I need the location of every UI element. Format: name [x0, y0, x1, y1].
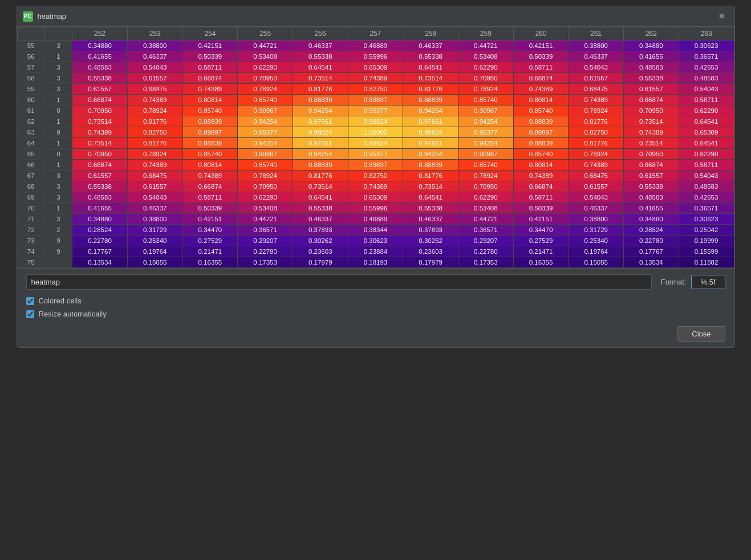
heatmap-name-input[interactable]: [26, 274, 652, 290]
row-number: 63: [17, 127, 44, 138]
row-sub: 0: [44, 149, 72, 160]
cell-value: 0.81776: [403, 84, 458, 95]
cell-value: 0.23603: [403, 246, 458, 257]
window-close-button[interactable]: ✕: [715, 10, 729, 23]
cell-value: 0.46337: [569, 51, 624, 62]
cell-value: 0.54043: [569, 192, 624, 203]
close-button[interactable]: Close: [677, 326, 725, 342]
cell-value: 0.94254: [458, 116, 514, 127]
header-col-259: 259: [458, 27, 514, 40]
cell-value: 0.53408: [238, 51, 293, 62]
cell-value: 0.85740: [513, 149, 569, 160]
cell-value: 0.62290: [679, 149, 734, 160]
cell-value: 0.65309: [679, 127, 734, 138]
table-header-row: 252 253 254 255 256 257 258 259 260 261 …: [17, 27, 734, 40]
table-row: 7490.177670.197640.214710.227800.236030.…: [17, 246, 734, 257]
cell-value: 0.42151: [513, 40, 569, 51]
cell-value: 0.58711: [513, 62, 569, 73]
header-col-263: 263: [679, 27, 734, 40]
cell-value: 0.82750: [348, 84, 403, 95]
cell-value: 0.61557: [127, 181, 182, 192]
cell-value: 0.48583: [624, 62, 679, 73]
cell-value: 0.38800: [569, 214, 624, 225]
cell-value: 0.34880: [624, 214, 679, 225]
cell-value: 0.21471: [513, 246, 569, 257]
row-number: 64: [17, 138, 44, 149]
header-col-252: 252: [72, 27, 128, 40]
header-row-num: [17, 27, 44, 40]
cell-value: 0.78924: [127, 149, 182, 160]
cell-value: 0.81776: [403, 171, 458, 181]
heatmap-table-container[interactable]: 252 253 254 255 256 257 258 259 260 261 …: [17, 27, 734, 268]
colored-cells-row[interactable]: Colored cells: [26, 297, 725, 305]
cell-value: 0.73514: [293, 73, 348, 84]
cell-value: 0.46889: [348, 214, 403, 225]
cell-value: 0.85740: [182, 105, 238, 116]
cell-value: 0.22780: [624, 236, 679, 246]
cell-value: 0.85740: [458, 160, 514, 171]
cell-value: 0.31729: [127, 225, 182, 236]
colored-cells-checkbox[interactable]: [26, 297, 34, 305]
cell-value: 0.50339: [513, 203, 569, 214]
cell-value: 0.62290: [238, 192, 293, 203]
cell-value: 0.30262: [293, 236, 348, 246]
cell-value: 0.66874: [182, 181, 238, 192]
cell-value: 0.78924: [569, 105, 624, 116]
row-number: 74: [17, 246, 44, 257]
row-sub: 9: [44, 236, 72, 246]
row-sub: 1: [44, 203, 72, 214]
cell-value: 0.30623: [679, 40, 734, 51]
cell-value: 0.15599: [679, 246, 734, 257]
format-value[interactable]: %.5f: [691, 275, 725, 289]
cell-value: 0.62290: [238, 62, 293, 73]
table-row: 5610.416550.463370.503390.534080.553380.…: [17, 51, 734, 62]
row-sub: 9: [44, 246, 72, 257]
cell-value: 0.28524: [72, 225, 128, 236]
cell-value: 0.74389: [182, 171, 238, 181]
window-title: heatmap: [38, 12, 67, 21]
resize-auto-checkbox[interactable]: [26, 310, 34, 318]
cell-value: 0.73514: [624, 116, 679, 127]
cell-value: 0.37893: [293, 225, 348, 236]
cell-value: 0.98824: [293, 127, 348, 138]
cell-value: 0.73514: [293, 181, 348, 192]
cell-value: 0.74389: [348, 181, 403, 192]
cell-value: 0.44721: [458, 214, 514, 225]
cell-value: 0.15055: [127, 257, 182, 268]
cell-value: 0.78924: [569, 149, 624, 160]
cell-value: 0.46889: [348, 40, 403, 51]
checkboxes-container: Colored cells Resize automatically: [26, 297, 725, 318]
cell-value: 0.54043: [679, 171, 734, 181]
cell-value: 0.17353: [238, 257, 293, 268]
cell-value: 0.16355: [513, 257, 569, 268]
row-sub: 3: [44, 192, 72, 203]
row-sub: 3: [44, 181, 72, 192]
cell-value: 0.88839: [513, 138, 569, 149]
action-row: Close: [26, 326, 725, 342]
cell-value: 0.44721: [238, 40, 293, 51]
heatmap-window: PC heatmap ✕ 252 253 254 255 256 257 258…: [17, 6, 735, 348]
cell-value: 0.21471: [182, 246, 238, 257]
table-row: 6410.735140.817760.888390.942540.976610.…: [17, 138, 734, 149]
cell-value: 0.70950: [458, 181, 514, 192]
table-row: 7390.227800.253400.275290.292070.302620.…: [17, 236, 734, 246]
cell-value: 0.50339: [182, 51, 238, 62]
resize-auto-row[interactable]: Resize automatically: [26, 310, 725, 318]
row-sub: 1: [44, 116, 72, 127]
cell-value: 0.74389: [569, 95, 624, 105]
cell-value: 0.66874: [624, 95, 679, 105]
cell-value: 0.16355: [182, 257, 238, 268]
table-row: 5730.485830.540430.587110.622900.645410.…: [17, 62, 734, 73]
row-sub: 1: [44, 160, 72, 171]
cell-value: 0.78924: [238, 171, 293, 181]
header-col-253: 253: [127, 27, 182, 40]
format-row: Format: %.5f: [26, 274, 725, 290]
cell-value: 0.95377: [348, 149, 403, 160]
cell-value: 0.46337: [403, 214, 458, 225]
cell-value: 0.28524: [624, 225, 679, 236]
cell-value: 0.73514: [624, 138, 679, 149]
row-sub: 3: [44, 40, 72, 51]
row-sub: 1: [44, 51, 72, 62]
cell-value: 0.17767: [624, 246, 679, 257]
cell-value: 0.44721: [238, 214, 293, 225]
